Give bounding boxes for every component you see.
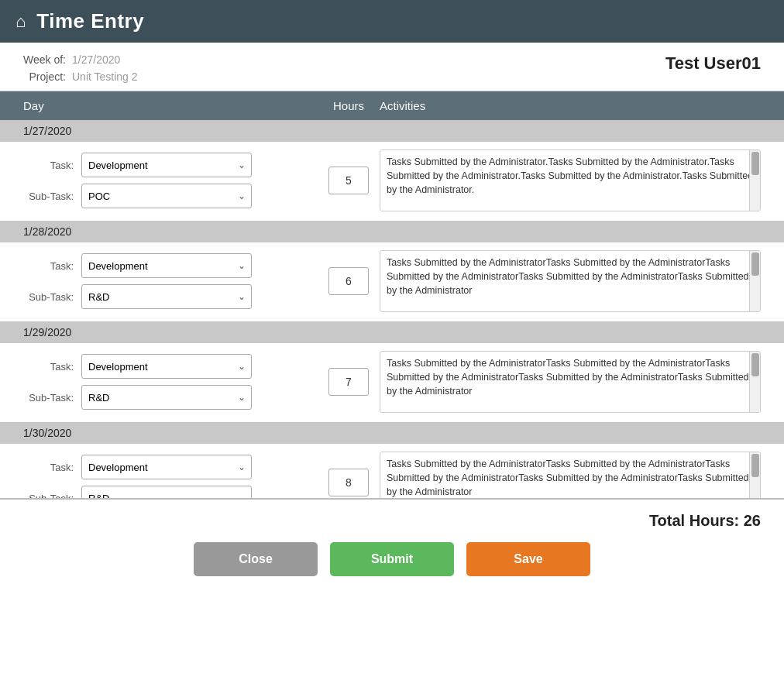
subtask-label-4: Sub-Task: bbox=[23, 493, 74, 500]
hours-input-3[interactable] bbox=[328, 368, 369, 396]
day-group-3: 1/29/2020 Task: Development Design Testi… bbox=[0, 321, 784, 422]
hours-input-2[interactable] bbox=[328, 267, 369, 295]
day-header-3: 1/29/2020 bbox=[0, 321, 784, 343]
task-row-1: Task: Development Design Testing Managem… bbox=[23, 153, 318, 177]
activities-scrollbar-3[interactable] bbox=[749, 352, 760, 412]
week-row: Week of: 1/27/2020 bbox=[23, 53, 138, 66]
activities-text-3: Tasks Submitted by the AdministratorTask… bbox=[380, 352, 760, 412]
activities-text-4: Tasks Submitted by the AdministratorTask… bbox=[380, 452, 760, 500]
activities-box-1: Tasks Submitted by the Administrator.Tas… bbox=[380, 149, 761, 211]
task-select-3[interactable]: Development Design Testing Management bbox=[81, 354, 252, 379]
project-value: Unit Testing 2 bbox=[72, 70, 138, 83]
day-group-4: 1/30/2020 Task: Development Design Testi… bbox=[0, 422, 784, 500]
subtask-select-wrapper-4: R&D POC Support Documentation ⌄ bbox=[81, 486, 252, 500]
hours-box-1 bbox=[318, 167, 380, 194]
page-title: Time Entry bbox=[36, 9, 144, 33]
hours-box-2 bbox=[318, 267, 380, 295]
table-header: Day Hours Activities bbox=[0, 91, 784, 120]
activities-text-1: Tasks Submitted by the Administrator.Tas… bbox=[380, 150, 760, 211]
task-label-1: Task: bbox=[23, 160, 74, 171]
scrollbar-thumb-3 bbox=[751, 353, 759, 376]
activities-box-3: Tasks Submitted by the AdministratorTask… bbox=[380, 351, 761, 413]
day-header-4: 1/30/2020 bbox=[0, 422, 784, 444]
subtask-label-1: Sub-Task: bbox=[23, 191, 74, 202]
scrollbar-thumb-1 bbox=[751, 152, 759, 175]
day-body-4: Task: Development Design Testing Managem… bbox=[0, 444, 784, 500]
task-label-3: Task: bbox=[23, 361, 74, 373]
day-fields-1: Task: Development Design Testing Managem… bbox=[23, 153, 318, 208]
hours-box-3 bbox=[318, 368, 380, 396]
task-row-4: Task: Development Design Testing Managem… bbox=[23, 455, 318, 479]
hours-box-4 bbox=[318, 469, 380, 496]
day-fields-3: Task: Development Design Testing Managem… bbox=[23, 354, 318, 410]
app-header: ⌂ Time Entry bbox=[0, 0, 784, 43]
subtask-row-4: Sub-Task: R&D POC Support Documentation … bbox=[23, 486, 318, 500]
task-select-1[interactable]: Development Design Testing Management bbox=[81, 153, 252, 177]
footer-buttons: Close Submit Save bbox=[23, 542, 761, 584]
day-fields-2: Task: Development Design Testing Managem… bbox=[23, 253, 318, 309]
meta-left: Week of: 1/27/2020 Project: Unit Testing… bbox=[23, 53, 138, 83]
day-body-2: Task: Development Design Testing Managem… bbox=[0, 242, 784, 321]
subtask-select-wrapper-2: R&D POC Support Documentation ⌄ bbox=[81, 284, 252, 309]
col-header-day: Day bbox=[23, 99, 318, 112]
week-label: Week of: bbox=[23, 53, 66, 66]
day-fields-4: Task: Development Design Testing Managem… bbox=[23, 455, 318, 500]
subtask-row-3: Sub-Task: R&D POC Support Documentation … bbox=[23, 385, 318, 410]
footer: Total Hours: 26 Close Submit Save bbox=[0, 500, 784, 592]
week-value: 1/27/2020 bbox=[72, 53, 120, 66]
task-select-wrapper-4: Development Design Testing Management ⌄ bbox=[81, 455, 252, 479]
user-name: Test User01 bbox=[665, 53, 761, 74]
col-header-hours: Hours bbox=[318, 99, 380, 112]
activities-scrollbar-1[interactable] bbox=[749, 150, 760, 211]
hours-input-4[interactable] bbox=[328, 469, 369, 496]
total-hours: Total Hours: 26 bbox=[649, 512, 761, 530]
task-select-2[interactable]: Development Design Testing Management bbox=[81, 253, 252, 278]
project-label: Project: bbox=[23, 70, 66, 83]
activities-box-4: Tasks Submitted by the AdministratorTask… bbox=[380, 452, 761, 500]
scrollbar-thumb-2 bbox=[751, 252, 759, 276]
subtask-label-3: Sub-Task: bbox=[23, 392, 74, 404]
subtask-select-3[interactable]: R&D POC Support Documentation bbox=[81, 385, 252, 410]
project-row: Project: Unit Testing 2 bbox=[23, 70, 138, 83]
scrollbar-thumb-4 bbox=[751, 454, 759, 477]
meta-section: Week of: 1/27/2020 Project: Unit Testing… bbox=[0, 43, 784, 91]
day-header-1: 1/27/2020 bbox=[0, 120, 784, 142]
subtask-select-wrapper-1: POC R&D Support Documentation ⌄ bbox=[81, 184, 252, 208]
subtask-row-2: Sub-Task: R&D POC Support Documentation … bbox=[23, 284, 318, 309]
task-select-wrapper-2: Development Design Testing Management ⌄ bbox=[81, 253, 252, 278]
subtask-select-wrapper-3: R&D POC Support Documentation ⌄ bbox=[81, 385, 252, 410]
subtask-select-2[interactable]: R&D POC Support Documentation bbox=[81, 284, 252, 309]
task-row-3: Task: Development Design Testing Managem… bbox=[23, 354, 318, 379]
activities-scrollbar-4[interactable] bbox=[749, 452, 760, 500]
hours-input-1[interactable] bbox=[328, 167, 369, 194]
task-select-wrapper-3: Development Design Testing Management ⌄ bbox=[81, 354, 252, 379]
activities-text-2: Tasks Submitted by the AdministratorTask… bbox=[380, 251, 760, 311]
total-hours-label: Total Hours: bbox=[649, 512, 739, 529]
save-button[interactable]: Save bbox=[466, 542, 590, 576]
subtask-select-1[interactable]: POC R&D Support Documentation bbox=[81, 184, 252, 208]
subtask-label-2: Sub-Task: bbox=[23, 291, 74, 303]
task-label-2: Task: bbox=[23, 260, 74, 272]
col-header-activities: Activities bbox=[380, 99, 761, 112]
day-body-3: Task: Development Design Testing Managem… bbox=[0, 343, 784, 422]
day-group-2: 1/28/2020 Task: Development Design Testi… bbox=[0, 221, 784, 321]
close-button[interactable]: Close bbox=[194, 542, 318, 576]
day-group-1: 1/27/2020 Task: Development Design Testi… bbox=[0, 120, 784, 221]
activities-scrollbar-2[interactable] bbox=[749, 251, 760, 311]
day-header-2: 1/28/2020 bbox=[0, 221, 784, 242]
subtask-select-4[interactable]: R&D POC Support Documentation bbox=[81, 486, 252, 500]
submit-button[interactable]: Submit bbox=[330, 542, 454, 576]
task-select-4[interactable]: Development Design Testing Management bbox=[81, 455, 252, 479]
activities-box-2: Tasks Submitted by the AdministratorTask… bbox=[380, 250, 761, 312]
task-label-4: Task: bbox=[23, 462, 74, 473]
total-hours-value: 26 bbox=[744, 512, 761, 529]
task-select-wrapper-1: Development Design Testing Management ⌄ bbox=[81, 153, 252, 177]
subtask-row-1: Sub-Task: POC R&D Support Documentation … bbox=[23, 184, 318, 208]
home-icon: ⌂ bbox=[15, 12, 26, 32]
time-entries-scroll[interactable]: 1/27/2020 Task: Development Design Testi… bbox=[0, 120, 784, 500]
day-body-1: Task: Development Design Testing Managem… bbox=[0, 142, 784, 221]
task-row-2: Task: Development Design Testing Managem… bbox=[23, 253, 318, 278]
